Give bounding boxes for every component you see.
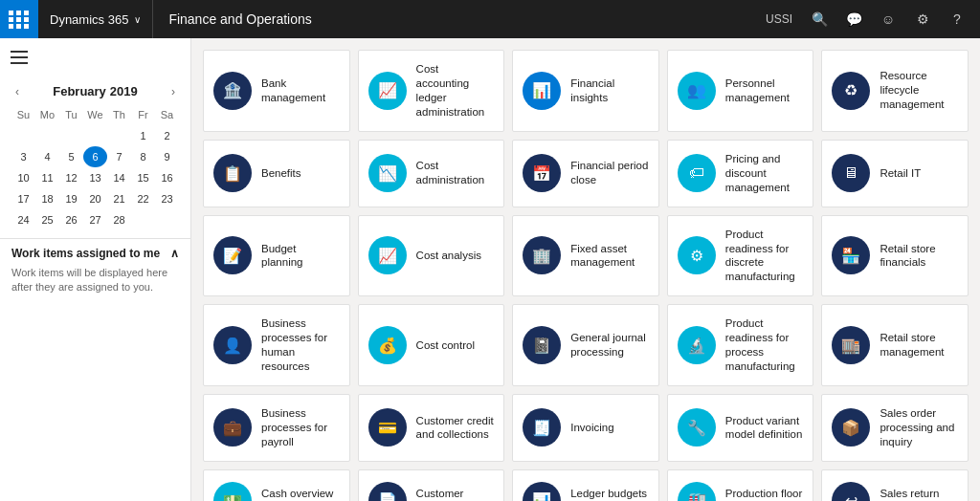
work-items-header[interactable]: Work items assigned to me ∧ [11, 247, 179, 260]
tile-3[interactable]: 👥Personnel management [667, 50, 814, 132]
cal-day-26[interactable]: 26 [59, 209, 83, 230]
tile-10[interactable]: 📝Budget planning [203, 215, 350, 297]
tile-7[interactable]: 📅Financial period close [512, 140, 659, 207]
cal-day-empty [131, 209, 155, 230]
tile-9[interactable]: 🖥Retail IT [821, 140, 969, 207]
tile-14[interactable]: 🏪Retail store financials [821, 215, 969, 297]
cal-day-13[interactable]: 13 [83, 167, 107, 188]
cal-day-22[interactable]: 22 [131, 188, 155, 209]
cal-day-25[interactable]: 25 [35, 209, 59, 230]
tile-label-12: Fixed asset management [570, 242, 649, 271]
tile-24[interactable]: 📦Sales order processing and inquiry [821, 394, 969, 462]
calendar-day-headers: Su Mo Tu We Th Fr Sa [11, 104, 179, 125]
tile-11[interactable]: 📈Cost analysis [358, 215, 505, 297]
cal-day-17[interactable]: 17 [11, 188, 35, 209]
hamburger-button[interactable] [0, 38, 38, 76]
cal-day-5[interactable]: 5 [59, 146, 83, 167]
tile-icon-19: 🏬 [832, 326, 870, 364]
tile-label-5: Benefits [261, 166, 301, 181]
tile-20[interactable]: 💼Business processes for payroll [203, 394, 350, 462]
cal-day-4[interactable]: 4 [35, 146, 59, 167]
tile-icon-0: 🏦 [213, 72, 252, 110]
calendar-prev-button[interactable]: ‹ [11, 85, 23, 98]
tile-2[interactable]: 📊Financial insights [512, 50, 659, 132]
cal-day-28[interactable]: 28 [107, 209, 131, 230]
cal-day-27[interactable]: 27 [83, 209, 107, 230]
tile-icon-23: 🔧 [678, 408, 716, 447]
main-layout: ‹ February 2019 › Su Mo Tu We Th Fr Sa 1… [0, 38, 980, 501]
cal-day-24[interactable]: 24 [11, 209, 35, 230]
app-name-label: Finance and Operations [153, 11, 326, 27]
dynamics365-label: Dynamics 365 [50, 12, 128, 27]
top-navigation: Dynamics 365 ∨ Finance and Operations US… [0, 0, 980, 38]
cal-day-9[interactable]: 9 [155, 146, 179, 167]
user-initials[interactable]: USSI [758, 12, 800, 26]
feedback-button[interactable]: ☺ [873, 4, 903, 34]
cal-header-su: Su [11, 104, 35, 125]
tile-18[interactable]: 🔬Product readiness for process manufactu… [667, 304, 814, 386]
cal-day-16[interactable]: 16 [155, 167, 179, 188]
tile-15[interactable]: 👤Business processes for human resources [203, 304, 350, 386]
tile-8[interactable]: 🏷Pricing and discount management [667, 140, 814, 207]
cal-day-7[interactable]: 7 [107, 146, 131, 167]
calendar-week: 3456789 [11, 146, 179, 167]
tile-5[interactable]: 📋Benefits [203, 140, 350, 207]
tile-22[interactable]: 🧾Invoicing [512, 394, 659, 462]
tile-17[interactable]: 📓General journal processing [512, 304, 659, 386]
app-launcher-button[interactable] [0, 0, 38, 38]
tile-6[interactable]: 📉Cost administration [358, 140, 505, 207]
tile-25[interactable]: 💵Cash overview - all companies [203, 469, 350, 501]
tile-23[interactable]: 🔧Product variant model definition [667, 394, 814, 462]
cal-day-23[interactable]: 23 [155, 188, 179, 209]
cal-day-1[interactable]: 1 [131, 125, 155, 146]
tile-16[interactable]: 💰Cost control [358, 304, 505, 386]
cal-day-8[interactable]: 8 [131, 146, 155, 167]
main-content: 🏦Bank management📈Cost accounting ledger … [191, 38, 980, 501]
tile-29[interactable]: ↩Sales return processing [821, 469, 969, 501]
cal-day-10[interactable]: 10 [11, 167, 35, 188]
dynamics365-menu[interactable]: Dynamics 365 ∨ [38, 0, 153, 38]
tile-4[interactable]: ♻Resource lifecycle management [821, 50, 969, 132]
nav-right-section: USSI 🔍 💬 ☺ ⚙ ? [758, 4, 980, 34]
tile-label-9: Retail IT [880, 166, 921, 181]
help-button[interactable]: ? [942, 4, 972, 34]
cal-day-15[interactable]: 15 [131, 167, 155, 188]
cal-day-12[interactable]: 12 [59, 167, 83, 188]
cal-day-18[interactable]: 18 [35, 188, 59, 209]
tile-27[interactable]: 📊Ledger budgets and forecasts [512, 469, 659, 501]
tile-19[interactable]: 🏬Retail store management [821, 304, 969, 386]
tile-1[interactable]: 📈Cost accounting ledger administration [358, 50, 505, 132]
cal-day-11[interactable]: 11 [35, 167, 59, 188]
tile-label-10: Budget planning [261, 242, 340, 271]
tile-21[interactable]: 💳Customer credit and collections [358, 394, 505, 462]
chat-button[interactable]: 💬 [838, 4, 869, 34]
tile-label-13: Product readiness for discrete manufactu… [725, 228, 804, 285]
calendar-next-button[interactable]: › [167, 85, 179, 98]
tile-13[interactable]: ⚙Product readiness for discrete manufact… [667, 215, 814, 297]
tile-0[interactable]: 🏦Bank management [203, 50, 350, 132]
cal-day-2[interactable]: 2 [155, 125, 179, 146]
search-button[interactable]: 🔍 [804, 4, 835, 34]
tile-label-28: Production floor management [725, 487, 804, 501]
tile-label-21: Customer credit and collections [416, 414, 495, 443]
tile-icon-13: ⚙ [678, 236, 716, 274]
tile-icon-17: 📓 [523, 326, 561, 364]
settings-button[interactable]: ⚙ [907, 4, 938, 34]
tile-icon-5: 📋 [213, 154, 252, 192]
cal-day-6[interactable]: 6 [83, 146, 107, 167]
cal-day-3[interactable]: 3 [11, 146, 35, 167]
cal-day-empty [155, 209, 179, 230]
tile-26[interactable]: 📄Customer invoicing [358, 469, 505, 501]
cal-day-14[interactable]: 14 [107, 167, 131, 188]
cal-day-21[interactable]: 21 [107, 188, 131, 209]
tile-icon-21: 💳 [368, 408, 407, 447]
cal-header-th: Th [107, 104, 131, 125]
tile-12[interactable]: 🏢Fixed asset management [512, 215, 659, 297]
tile-label-1: Cost accounting ledger administration [416, 62, 495, 120]
tile-28[interactable]: 🏭Production floor management [667, 469, 814, 501]
tile-icon-4: ♻ [832, 72, 870, 110]
cal-day-19[interactable]: 19 [59, 188, 83, 209]
cal-day-20[interactable]: 20 [83, 188, 107, 209]
cal-header-fr: Fr [131, 104, 155, 125]
calendar-week: 10111213141516 [11, 167, 179, 188]
